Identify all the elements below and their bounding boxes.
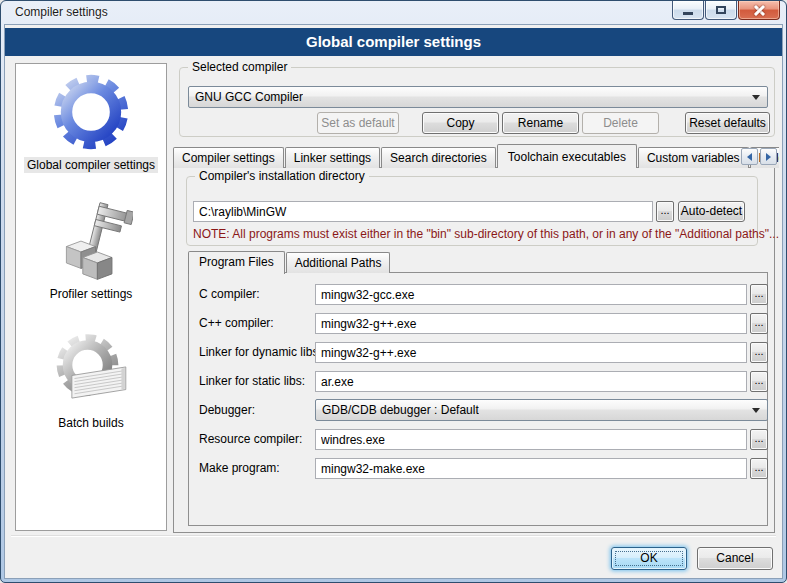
close-icon <box>753 4 766 17</box>
chevron-down-icon <box>752 95 760 100</box>
field-row-c-compiler: C compiler: ... <box>189 283 767 305</box>
footer-divider <box>11 535 776 536</box>
selected-compiler-legend: Selected compiler <box>188 60 291 74</box>
gray-gear-stack-icon <box>49 332 133 412</box>
sidebar-item-label: Profiler settings <box>47 286 136 302</box>
field-row-make-program: Make program: ... <box>189 457 767 479</box>
field-row-static-linker: Linker for static libs: ... <box>189 370 767 392</box>
sidebar-item-profiler-settings[interactable]: Profiler settings <box>16 201 166 302</box>
field-row-resource-compiler: Resource compiler: ... <box>189 428 767 450</box>
ok-button[interactable]: OK <box>611 547 687 570</box>
field-row-dynamic-linker: Linker for dynamic libs: ... <box>189 341 767 363</box>
static-linker-input[interactable] <box>315 371 747 392</box>
blue-gear-icon <box>47 70 135 154</box>
minimize-button[interactable] <box>672 1 704 20</box>
chevron-left-icon <box>747 153 752 161</box>
make-program-browse-button[interactable]: ... <box>750 458 768 479</box>
tab-scroll-right-button[interactable] <box>760 148 777 165</box>
delete-button[interactable]: Delete <box>582 112 659 134</box>
settings-category-sidebar: Global compiler settings <box>15 63 167 531</box>
selected-compiler-group: Selected compiler GNU GCC Compiler Set a… <box>179 67 775 137</box>
cancel-button[interactable]: Cancel <box>697 547 773 570</box>
maximize-button[interactable] <box>705 1 737 20</box>
c-compiler-browse-button[interactable]: ... <box>750 284 768 305</box>
tab-search-directories[interactable]: Search directories <box>381 147 496 168</box>
dynamic-linker-input[interactable] <box>315 342 747 363</box>
field-row-cpp-compiler: C++ compiler: ... <box>189 312 767 334</box>
tab-linker-settings[interactable]: Linker settings <box>285 147 380 168</box>
resource-compiler-browse-button[interactable]: ... <box>750 429 768 450</box>
minimize-icon <box>683 12 693 15</box>
program-files-panel: C compiler: ... C++ compiler: ... Linker… <box>188 272 768 526</box>
field-label: C compiler: <box>199 287 260 301</box>
compiler-settings-window: Compiler settings Global compiler settin… <box>0 0 787 583</box>
copy-button[interactable]: Copy <box>422 112 499 134</box>
installation-directory-input[interactable] <box>193 201 653 222</box>
titlebar: Compiler settings <box>1 1 786 24</box>
dialog-body: Global compiler settings Global compiler… <box>4 24 783 579</box>
sidebar-item-label: Batch builds <box>55 415 126 431</box>
program-paths-tabstrip: Program Files Additional Paths <box>188 250 391 273</box>
c-compiler-input[interactable] <box>315 284 747 305</box>
field-label: Linker for static libs: <box>199 374 305 388</box>
caliper-icon <box>49 201 133 283</box>
auto-detect-button[interactable]: Auto-detect <box>678 201 745 222</box>
cpp-compiler-browse-button[interactable]: ... <box>750 313 768 334</box>
page-title: Global compiler settings <box>5 28 782 56</box>
field-label: Debugger: <box>199 403 255 417</box>
tab-scroll-arrows <box>739 148 777 165</box>
sidebar-item-global-compiler-settings[interactable]: Global compiler settings <box>16 70 166 173</box>
resource-compiler-input[interactable] <box>315 429 747 450</box>
static-linker-browse-button[interactable]: ... <box>750 371 768 392</box>
sidebar-item-batch-builds[interactable]: Batch builds <box>16 332 166 431</box>
field-label: Make program: <box>199 461 280 475</box>
tab-program-files[interactable]: Program Files <box>188 251 285 274</box>
installation-directory-group: Compiler's installation directory ... Au… <box>186 176 758 246</box>
field-label: C++ compiler: <box>199 316 274 330</box>
installation-directory-legend: Compiler's installation directory <box>195 169 369 183</box>
window-controls <box>671 1 780 20</box>
sidebar-item-label: Global compiler settings <box>24 157 158 173</box>
compiler-select-value: GNU GCC Compiler <box>195 90 303 104</box>
installation-directory-browse-button[interactable]: ... <box>656 201 674 222</box>
chevron-down-icon <box>752 408 760 413</box>
chevron-right-icon <box>766 153 771 161</box>
debugger-select-value: GDB/CDB debugger : Default <box>322 403 479 417</box>
make-program-input[interactable] <box>315 458 747 479</box>
reset-defaults-button[interactable]: Reset defaults <box>685 112 770 134</box>
window-title: Compiler settings <box>15 5 108 19</box>
tab-custom-variables[interactable]: Custom variables <box>638 147 749 168</box>
settings-tabstrip: Compiler settings Linker settings Search… <box>173 143 779 168</box>
field-label: Linker for dynamic libs: <box>199 345 322 359</box>
tab-scroll-left-button[interactable] <box>741 148 758 165</box>
close-button[interactable] <box>738 1 780 20</box>
dynamic-linker-browse-button[interactable]: ... <box>750 342 768 363</box>
tab-toolchain-executables[interactable]: Toolchain executables <box>497 144 637 168</box>
set-as-default-button[interactable]: Set as default <box>317 112 399 134</box>
tab-additional-paths[interactable]: Additional Paths <box>286 252 391 273</box>
tab-compiler-settings[interactable]: Compiler settings <box>173 147 284 168</box>
rename-button[interactable]: Rename <box>502 112 579 134</box>
debugger-select[interactable]: GDB/CDB debugger : Default <box>315 399 768 421</box>
compiler-select[interactable]: GNU GCC Compiler <box>188 86 768 108</box>
toolchain-executables-panel: Compiler's installation directory ... Au… <box>173 167 775 533</box>
field-row-debugger: Debugger: GDB/CDB debugger : Default <box>189 399 767 421</box>
field-label: Resource compiler: <box>199 432 302 446</box>
cpp-compiler-input[interactable] <box>315 313 747 334</box>
maximize-icon <box>716 6 726 14</box>
installation-note-text: NOTE: All programs must exist either in … <box>193 227 779 241</box>
